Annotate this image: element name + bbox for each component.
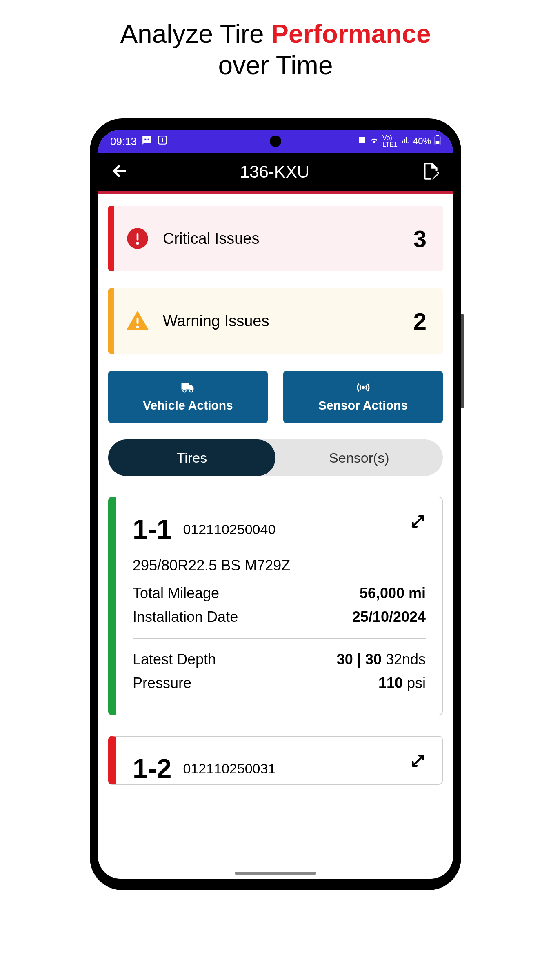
svg-point-0 [144,138,146,140]
phone-frame: 09:13 Vo)LTE1 [90,118,461,890]
phone-side-button [461,314,464,408]
edit-report-button[interactable] [420,161,441,183]
tab-sensors[interactable]: Sensor(s) [276,439,443,476]
tire-serial: 012110250031 [183,761,276,777]
svg-point-13 [183,389,186,392]
tire-position: 1-1 [133,514,171,545]
tire-serial: 012110250040 [183,521,276,537]
notification-icon [157,135,168,148]
expand-icon[interactable] [410,753,426,770]
svg-point-12 [136,326,139,329]
svg-rect-6 [436,135,439,136]
warning-issues-count: 2 [413,307,443,335]
sensor-actions-label: Sensor Actions [318,399,408,412]
tire-card[interactable]: 1-2 012110250031 [108,736,443,785]
tab-tires[interactable]: Tires [108,439,276,476]
app-header: 136-KXU [98,153,453,194]
critical-icon [125,226,150,251]
sensor-icon [356,382,371,396]
phone-camera-notch [270,136,281,147]
critical-issues-label: Critical Issues [163,230,413,247]
pressure-value: 110 psi [378,675,426,692]
truck-icon [181,382,196,396]
sensor-actions-button[interactable]: Sensor Actions [283,371,443,423]
app-indicator-icon [358,136,366,147]
warning-issues-card[interactable]: Warning Issues 2 [108,288,443,354]
svg-rect-4 [359,137,365,143]
svg-point-1 [146,138,147,140]
home-indicator[interactable] [235,872,316,875]
critical-issues-count: 3 [413,225,443,252]
tab-bar: Tires Sensor(s) [108,439,443,476]
status-time: 09:13 [110,135,137,148]
content-area: Critical Issues 3 Warning Issues 2 Vehic… [98,194,453,879]
depth-value: 30 | 30 32nds [337,651,426,668]
tire-card[interactable]: 1-1 012110250040 295/80R22.5 BS M729Z To… [108,497,443,715]
svg-point-10 [136,242,139,245]
svg-rect-11 [137,318,139,324]
svg-rect-9 [137,233,139,241]
critical-issues-card[interactable]: Critical Issues 3 [108,206,443,271]
battery-icon [434,135,441,148]
tab-sensors-label: Sensor(s) [329,450,389,466]
svg-point-15 [362,386,364,388]
warning-issues-label: Warning Issues [163,312,413,330]
mileage-value: 56,000 mi [360,585,426,602]
vehicle-actions-label: Vehicle Actions [143,399,233,412]
divider [133,638,426,639]
tire-position: 1-2 [133,753,171,784]
svg-point-2 [148,138,149,140]
svg-point-14 [189,389,193,392]
page-title: 136-KXU [240,162,309,182]
tire-spec: 295/80R22.5 BS M729Z [133,557,426,574]
battery-label: 40% [413,136,431,147]
svg-rect-7 [436,141,440,144]
install-date-label: Installation Date [133,608,238,626]
signal-icon [401,136,410,147]
network-label: Vo)LTE1 [382,135,398,148]
marketing-headline: Analyze Tire Performance over Time [0,0,551,81]
vehicle-actions-button[interactable]: Vehicle Actions [108,371,268,423]
phone-screen: 09:13 Vo)LTE1 [98,130,453,879]
mileage-label: Total Mileage [133,585,219,602]
pressure-label: Pressure [133,675,191,692]
wifi-icon [369,135,379,147]
expand-icon[interactable] [410,514,426,531]
back-button[interactable] [110,162,129,182]
depth-label: Latest Depth [133,651,216,668]
install-date-value: 25/10/2024 [352,608,426,626]
tab-tires-label: Tires [177,450,207,466]
chat-icon [142,135,152,148]
warning-icon [125,309,150,333]
